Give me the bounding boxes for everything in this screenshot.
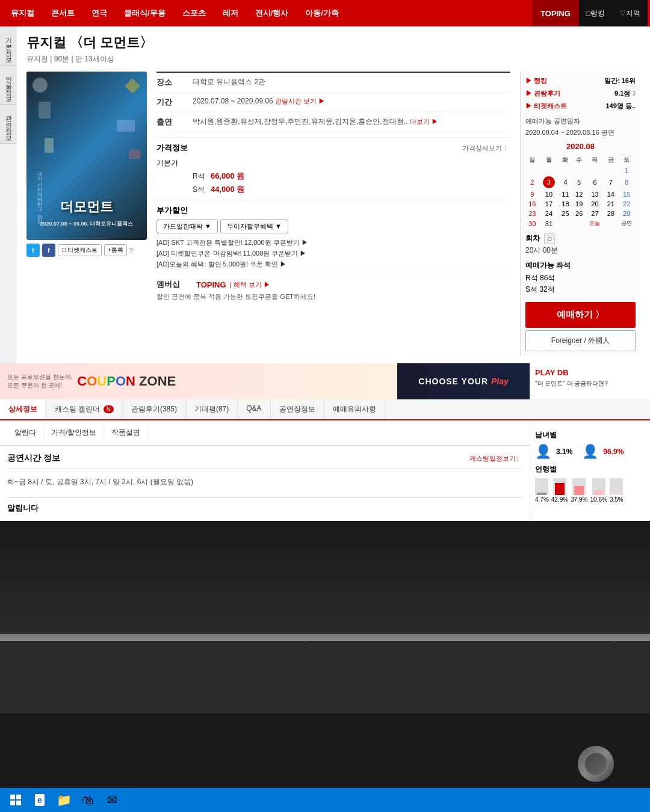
bottom-tab-description[interactable]: 작품설명 <box>104 425 148 440</box>
sidebar-tab-person[interactable]: 인물정보 <box>0 66 17 105</box>
choose-banner[interactable]: CHOOSE YOUR Play <box>397 363 530 399</box>
taskbar-store[interactable]: 🛍 <box>77 789 99 811</box>
discount-ad-0[interactable]: [AD] SKT 고객전용 특별할인! 12,000원 쿠폰받기 ▶ <box>156 238 510 247</box>
cal-cell[interactable]: 10 <box>539 189 559 199</box>
right-sidebar: ▶ 랭킹 일간: 16위 ▶ 관람후기 9.1점 3 ▶ 티켓캐스트 149명 … <box>520 72 640 356</box>
cal-cell[interactable]: 28 <box>604 209 618 218</box>
cal-cell[interactable]: 5 <box>572 175 586 189</box>
coupon-banner[interactable]: 모든 프로모션을 한눈에. 모든 쿠폰이 한 곳에! COUPON ZONE <box>0 363 397 399</box>
cal-cell[interactable]: 29 <box>618 209 636 218</box>
taskbar-ie[interactable]: e <box>29 789 51 811</box>
cal-cell[interactable]: 23 <box>525 209 539 218</box>
cal-cell[interactable]: 27 <box>586 209 604 218</box>
poster-title: 더모먼트 <box>60 198 113 216</box>
casting-schedule-link[interactable]: 케스팅일정보기〉 <box>469 454 522 463</box>
cal-week-2: 2 3 4 5 6 7 8 <box>525 175 636 189</box>
discount-ad-2[interactable]: [AD]오늘의 혜택: 할인 5,000원! 쿠폰 확인 ▶ <box>156 260 510 269</box>
bottom-tab-notice[interactable]: 알림다 <box>7 425 44 440</box>
facebook-btn[interactable]: f <box>42 244 55 257</box>
tab-venue[interactable]: 공연장정보 <box>271 399 324 419</box>
tab-detail[interactable]: 상세정보 <box>0 399 46 419</box>
cal-cell[interactable]: 13 <box>586 189 604 199</box>
ticket-cast-button[interactable]: □ 티켓캐스트 <box>58 244 102 256</box>
tab-reviews[interactable]: 관람후기(385) <box>123 399 186 419</box>
cal-cell[interactable]: 1 <box>618 165 636 175</box>
cast-more-link[interactable]: 더보기 ▶ <box>410 118 438 125</box>
sidebar-tab-related[interactable]: 관련정보 <box>0 105 17 144</box>
cal-cell-today[interactable]: 3 <box>539 175 559 189</box>
cal-cell[interactable]: 18 <box>559 199 572 209</box>
cal-cell[interactable]: 11 <box>559 189 572 199</box>
show-subtitle: 뮤지컬 | 90분 | 만 13세이상 <box>26 54 640 64</box>
review-label: ▶ 관람후기 <box>525 89 560 98</box>
membership-benefit-link[interactable]: | 혜택 보기 ▶ <box>230 280 270 289</box>
discount-tab-installment[interactable]: 무이자할부혜택 ▼ <box>220 220 288 233</box>
nav-sports[interactable]: 스포츠 <box>174 0 214 26</box>
cal-cell[interactable]: 6 <box>586 175 604 189</box>
plus-button[interactable]: +통록 <box>104 244 127 256</box>
cal-cell[interactable]: 9 <box>525 189 539 199</box>
cal-cell[interactable]: 19 <box>572 199 586 209</box>
cal-cell[interactable]: 22 <box>618 199 636 209</box>
cal-cell[interactable]: 30 <box>525 218 539 229</box>
sidebar-tab-basic[interactable]: 기본정보 <box>0 26 17 66</box>
nav-leisure[interactable]: 레저 <box>214 0 247 26</box>
cal-cell[interactable]: 12 <box>572 189 586 199</box>
question-button[interactable]: ? <box>129 247 133 254</box>
cal-cell[interactable]: 7 <box>604 175 618 189</box>
cal-week-4: 16 17 18 19 20 21 22 <box>525 199 636 209</box>
cal-cell[interactable]: 8 <box>618 175 636 189</box>
taskbar-mail[interactable]: ✉ <box>101 789 123 811</box>
cal-cell[interactable]: 2 <box>525 175 539 189</box>
cal-cell[interactable]: 25 <box>559 209 572 218</box>
cal-cell[interactable]: 31 <box>539 218 559 229</box>
cal-cell[interactable]: 14 <box>604 189 618 199</box>
r-seat: R석 <box>193 171 211 182</box>
age-item-3: 10.6% <box>590 478 607 503</box>
cast-value: 박시원,원종환,유성재,강정우,주민진,유제윤,김지온,홍승안,정대현.. 더보… <box>193 117 510 128</box>
cal-cell[interactable]: 16 <box>525 199 539 209</box>
nav-exhibition[interactable]: 전시/행사 <box>247 0 297 26</box>
nav-theater[interactable]: 연극 <box>83 0 116 26</box>
cal-cell[interactable]: 21 <box>604 199 618 209</box>
price-base-label-row: 기본가 <box>156 158 510 168</box>
cal-cell <box>604 218 618 229</box>
twitter-btn[interactable]: t <box>26 244 40 257</box>
ranking-value: 일간: 16위 <box>604 76 636 85</box>
poster-dates: 2020.07.08 ~ 09.06. 대학로유니플렉스 <box>40 220 134 228</box>
nav-concert[interactable]: 콘서트 <box>43 0 83 26</box>
age-item-1: 42.9% <box>551 478 568 503</box>
cal-cell[interactable]: 24 <box>539 209 559 218</box>
taskbar-folder[interactable]: 📁 <box>53 789 75 811</box>
ticketcast-row: ▶ 티켓캐스트 149명 등.. <box>525 102 636 111</box>
cal-cell[interactable]: 4 <box>559 175 572 189</box>
nav-classic[interactable]: 클래식/무용 <box>116 0 174 26</box>
cal-cell[interactable]: 20 <box>586 199 604 209</box>
cal-cell[interactable]: 17 <box>539 199 559 209</box>
period-link[interactable]: 관람시간 보기 ▶ <box>275 97 325 105</box>
cal-cell[interactable]: 15 <box>618 189 636 199</box>
start-button[interactable] <box>5 789 26 811</box>
r-seats-value: R석 86석 <box>525 273 555 283</box>
cal-cell[interactable]: 26 <box>572 209 586 218</box>
discount-tab-card[interactable]: 카드일한때탁 ▼ <box>156 220 218 233</box>
nav-toping[interactable]: TOPING <box>532 0 579 26</box>
laptop-logo <box>578 746 614 782</box>
tab-qna[interactable]: Q&A <box>238 399 270 419</box>
book-button[interactable]: 예매하기 〉 <box>525 302 636 328</box>
tab-expectations[interactable]: 기대평(87) <box>186 399 238 419</box>
folder-icon: 📁 <box>57 793 72 807</box>
period-value: 2020.07.08 ~ 2020.09.06 관람시간 보기 ▶ <box>193 97 510 108</box>
foreigner-button[interactable]: Foreigner / 外國人 <box>525 330 636 351</box>
nav-region[interactable]: ♡ 지역 <box>612 0 648 26</box>
nav-kids[interactable]: 아동/가족 <box>297 0 347 26</box>
price-detail-link[interactable]: 가격상세보기 〉 <box>462 144 510 153</box>
discount-ad-1[interactable]: [AD] 티켓할인쿠폰 마감임박! 11,000원 쿠폰받기 ▶ <box>156 249 510 258</box>
tab-booking-notes[interactable]: 예매유의사항 <box>324 399 385 419</box>
playdb-banner[interactable]: PLAY DB "더 모먼트" 더 궁금하다면? <box>530 363 650 399</box>
nav-ranking[interactable]: □ 랭킹 <box>579 0 612 26</box>
ranking-row: ▶ 랭킹 일간: 16위 <box>525 76 636 85</box>
tab-casting[interactable]: 캐스팅 캘린더 N <box>46 399 123 419</box>
nav-musical[interactable]: 뮤지컬 <box>2 0 43 26</box>
bottom-tab-price[interactable]: 가격/할인정보 <box>44 425 104 440</box>
